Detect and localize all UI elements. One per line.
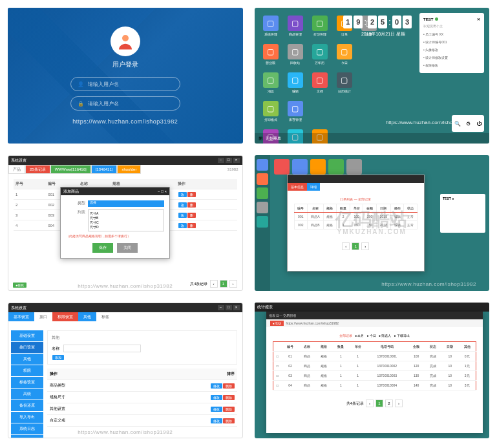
maximize-icon[interactable]: □: [226, 158, 232, 163]
svg-point-0: [122, 35, 129, 41]
add-button[interactable]: 添加: [52, 355, 64, 360]
desktop-icon[interactable]: ▢商品管理: [286, 16, 305, 40]
table-row[interactable]: □03商品规格1113700010003130完成102元: [273, 371, 476, 381]
orders-screen: 基本信息详细 订单列表 — 全部记录 编号名称规格数量单价金额日期操作状态001…: [255, 155, 490, 291]
notif-title: TEST✕: [423, 17, 480, 21]
top-icon[interactable]: [310, 159, 326, 175]
pagination[interactable]: 共4条记录‹1›: [190, 280, 237, 288]
tab[interactable]: 其他: [78, 312, 96, 321]
filter-tab[interactable]: [1346411]: [91, 165, 118, 174]
notification-panel[interactable]: TEST✕ 欢迎使用小主 • 员工编号 XX• 设计师编号001• 头像修改• …: [419, 13, 484, 73]
filter-option[interactable]: ● 筛选人: [379, 334, 391, 337]
sidebar-item[interactable]: 标签设置: [11, 377, 43, 388]
taskbar[interactable]: ⊞开始菜单: [255, 133, 490, 144]
sidebar-item[interactable]: 其他: [11, 354, 43, 365]
password-input[interactable]: 🔒 请输入用户名: [70, 96, 180, 111]
top-icon[interactable]: [292, 159, 308, 175]
username-input[interactable]: 👤 请输入用户名: [70, 77, 180, 91]
tab[interactable]: 权限设置: [52, 312, 78, 321]
filter-option[interactable]: 全部记录: [339, 334, 352, 337]
sidebar-item[interactable]: [257, 216, 268, 228]
table-dialog-screen: 系统设置−□× 产品25条记录WWWww[116416][1346411]sho…: [8, 155, 243, 291]
desktop-icon[interactable]: ▢日历统计: [335, 72, 354, 97]
table-row[interactable]: 自定义项修改删除: [47, 415, 237, 427]
top-icon[interactable]: [346, 159, 362, 175]
filter-option[interactable]: ● 本月: [355, 334, 364, 337]
sidebar-item[interactable]: 权限: [11, 365, 43, 376]
table-row[interactable]: 规格尺寸修改删除: [47, 392, 237, 403]
tab[interactable]: 标签: [96, 312, 114, 321]
table-row[interactable]: 其他设置修改删除: [47, 403, 237, 415]
filter-tab[interactable]: 产品: [8, 165, 25, 174]
table-row[interactable]: □02商品规格1113700010002120完成101元: [273, 361, 476, 371]
sidebar-item[interactable]: 高级: [11, 389, 43, 400]
desktop-icon[interactable]: ▢编辑: [286, 72, 305, 97]
sidebar-item[interactable]: 导入导出: [11, 412, 43, 423]
table-row[interactable]: 商品类型修改删除: [47, 380, 237, 392]
sidebar-item[interactable]: 关于: [11, 435, 43, 438]
filter-tab[interactable]: WWWww[116416]: [50, 165, 91, 174]
lock-icon: 🔒: [78, 101, 84, 107]
dialog-titlebar: 添加商品− □ ×: [61, 187, 169, 195]
table-row[interactable]: □04商品规格1113700010004140完成103元: [273, 381, 476, 390]
filter-bar: 全部记录● 本月● 今日● 筛选人● 下载导出: [273, 334, 477, 337]
tab[interactable]: 接口: [34, 312, 52, 321]
desktop-icon[interactable]: ▢系统管理: [261, 16, 280, 40]
sidebar-item[interactable]: 系统日志: [11, 423, 43, 434]
minimize-icon[interactable]: −: [218, 158, 224, 163]
filter-tab[interactable]: 25条记录: [25, 165, 50, 174]
desktop-icon[interactable]: ▢打印格式: [261, 101, 280, 125]
window-titlebar: 系统设置−□×: [8, 303, 242, 312]
table-row[interactable]: □01商品规格1113700010001100完成100元: [273, 352, 476, 361]
desktop-icon[interactable]: ▢回收站: [286, 44, 305, 69]
tab-basic[interactable]: 基本信息: [288, 183, 307, 191]
user-icon: [116, 32, 135, 51]
table-row[interactable]: 002商品B规格11501502018编辑正常: [294, 221, 418, 229]
save-button[interactable]: 保存: [92, 243, 113, 253]
filter-option[interactable]: ● 今日: [366, 334, 375, 337]
tray[interactable]: 🔍⚙⏻: [452, 115, 484, 132]
sidebar-item[interactable]: 基础设置: [11, 330, 43, 341]
mini-notif[interactable]: TEST ●: [440, 194, 485, 233]
filter-option[interactable]: ● 下载导出: [394, 334, 409, 337]
desktop-icon[interactable]: ▢消息: [261, 72, 280, 97]
desktop-icon[interactable]: ▢今日: [335, 44, 354, 69]
filter-tab[interactable]: shoulder: [117, 165, 141, 174]
start-icon[interactable]: ⊞: [259, 136, 263, 142]
clock: 19:25:03: [343, 16, 412, 28]
table-row[interactable]: 001商品A规格21002002018编辑正常: [294, 213, 418, 221]
sidebar-item[interactable]: 接口设置: [11, 342, 43, 353]
sidebar-item[interactable]: [257, 159, 268, 171]
desktop-icon[interactable]: ▢库存管理: [286, 101, 305, 125]
sidebar-item[interactable]: [257, 202, 268, 213]
type-select[interactable]: 选择: [88, 200, 164, 207]
watermark-url: https://www.huzhan.com/ishop31982: [72, 118, 178, 125]
modal-subbar: ●活动https://www.huzhan.com/ishop31982: [266, 319, 483, 327]
tab-detail[interactable]: 详细: [307, 183, 320, 191]
top-icon[interactable]: [274, 159, 290, 175]
cancel-button[interactable]: 关闭: [117, 243, 138, 253]
sidebar-item[interactable]: [257, 173, 268, 185]
power-icon[interactable]: ⏻: [476, 121, 481, 127]
desktop-icon[interactable]: ▢营业额: [261, 44, 280, 69]
orders-modal: 基本信息详细 订单列表 — 全部记录 编号名称规格数量单价金额日期操作状态001…: [287, 175, 425, 272]
sidebar-item[interactable]: [257, 187, 268, 199]
search-icon[interactable]: 🔍: [454, 121, 461, 127]
close-icon[interactable]: − □ ×: [158, 189, 167, 193]
desktop-screen: ▢系统管理▢商品管理▢打印管理▢订单▢设置▢营业额▢回收站▢万年历▢今日▢消息▢…: [255, 8, 490, 144]
close-icon[interactable]: ×: [233, 158, 240, 163]
desktop-icon[interactable]: ▢万年历: [310, 44, 330, 69]
desktop-icon[interactable]: ▢打印管理: [310, 16, 330, 40]
login-title: 用户登录: [112, 60, 138, 69]
sidebar-item[interactable]: 备份还原: [11, 400, 43, 411]
pagination[interactable]: ‹1›: [294, 242, 418, 250]
desktop-icon[interactable]: ▢文档: [310, 72, 330, 97]
pagination[interactable]: 共4条记录‹12›: [273, 400, 477, 407]
top-icon[interactable]: [328, 159, 344, 175]
gear-icon[interactable]: ⚙: [466, 121, 471, 127]
settings-screen: 系统设置−□× 基本设置接口权限设置其他标签 基础设置接口设置其他权限标签设置高…: [8, 303, 243, 438]
name-input[interactable]: [63, 345, 141, 352]
edit-dialog: 添加商品− □ × 类型选择 列表尺寸A尺寸B尺寸C尺寸D （此处填写商品规格说…: [60, 187, 170, 259]
tab[interactable]: 基本设置: [8, 312, 34, 321]
size-list[interactable]: 尺寸A尺寸B尺寸C尺寸D: [88, 209, 164, 231]
